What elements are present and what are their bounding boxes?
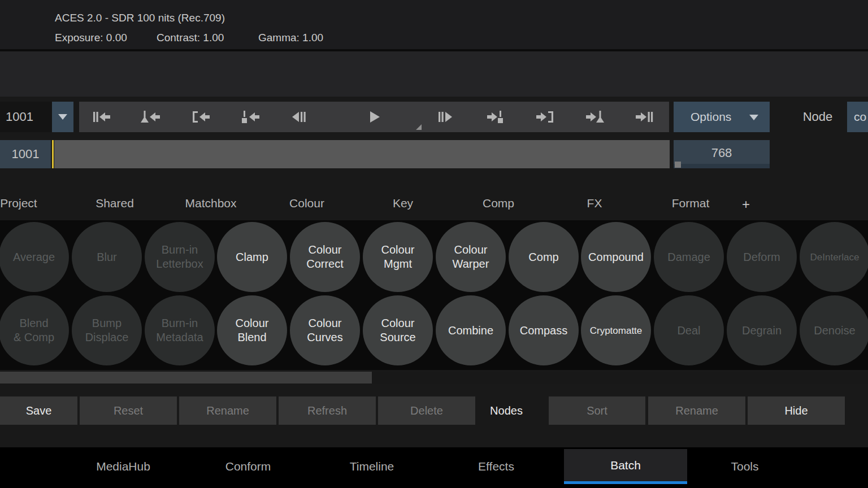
options-label: Options — [691, 102, 731, 132]
action-bar: Nodes SaveResetRenameRefreshDeleteSortRe… — [0, 396, 868, 425]
contrast-label: Contrast: 1.00 — [157, 32, 224, 44]
sort-nodes-button[interactable]: Sort — [549, 396, 645, 425]
go-to-start-button[interactable] — [86, 102, 118, 132]
delete-button[interactable]: Delete — [378, 396, 475, 425]
options-dropdown-button[interactable]: Options — [674, 102, 770, 132]
node-burn-in-letterbox[interactable]: Burn-in Letterbox — [145, 222, 215, 292]
chevron-down-icon — [749, 115, 758, 120]
next-cut-button[interactable] — [529, 102, 561, 132]
rename-nodes-button[interactable]: Rename — [648, 396, 745, 425]
play-icon — [363, 109, 385, 125]
next-marker-icon — [583, 109, 606, 125]
bin-tab-colour[interactable]: Colour — [289, 197, 324, 210]
step-backward-icon — [289, 109, 311, 125]
tab-conform[interactable]: Conform — [225, 450, 271, 483]
node-colour-blend[interactable]: Colour Blend — [217, 295, 287, 365]
timeline-playhead[interactable] — [52, 140, 54, 168]
node-degrain[interactable]: Degrain — [727, 295, 797, 365]
next-marker-button[interactable] — [579, 102, 610, 132]
reset-button[interactable]: Reset — [80, 396, 177, 425]
app-tab-bar: MediaHubConformTimelineEffectsBatchTools — [0, 447, 868, 488]
next-cut-icon — [533, 109, 556, 125]
previous-keyframe-button[interactable] — [235, 102, 267, 132]
tab-mediahub[interactable]: MediaHub — [96, 450, 150, 483]
play-button[interactable] — [358, 102, 390, 132]
hide-nodes-button[interactable]: Hide — [748, 396, 845, 425]
node-clamp[interactable]: Clamp — [217, 222, 287, 292]
node-colour-mgmt[interactable]: Colour Mgmt — [363, 222, 433, 292]
node-colour-correct[interactable]: Colour Correct — [290, 222, 360, 292]
node-bump-displace[interactable]: Bump Displace — [72, 295, 142, 365]
node-compound[interactable]: Compound — [581, 222, 651, 292]
step-backward-button[interactable] — [284, 102, 316, 132]
chevron-down-icon — [58, 114, 67, 120]
bin-tab-format[interactable]: Format — [672, 197, 710, 210]
play-options-corner-icon — [416, 124, 422, 130]
previous-cut-icon — [190, 109, 212, 125]
timeline-end-frame: 768 — [711, 146, 732, 160]
next-keyframe-button[interactable] — [480, 102, 511, 132]
tab-effects[interactable]: Effects — [478, 450, 514, 483]
bin-tabs: ProjectSharedMatchboxColourKeyCompFXForm… — [0, 189, 868, 220]
node-blur[interactable]: Blur — [72, 222, 142, 292]
node-blend-comp[interactable]: Blend & Comp — [0, 295, 69, 365]
colour-policy-label: ACES 2.0 - SDR 100 nits (Rec.709) — [55, 12, 225, 24]
exposure-label: Exposure: 0.00 — [55, 32, 127, 44]
timeline-start-frame-field[interactable]: 1001 — [0, 140, 51, 168]
node-denoise[interactable]: Denoise — [800, 295, 868, 365]
node-comp[interactable]: Comp — [509, 222, 579, 292]
gamma-label: Gamma: 1.00 — [258, 32, 323, 44]
node-burn-in-metadata[interactable]: Burn-in Metadata — [145, 295, 215, 365]
node-grid-scrollbar-track[interactable] — [0, 372, 868, 384]
previous-marker-icon — [140, 109, 163, 125]
transport-bar — [79, 102, 669, 132]
duration-field-handle[interactable] — [675, 162, 681, 168]
viewer-info-bar: ACES 2.0 - SDR 100 nits (Rec.709) Exposu… — [0, 0, 868, 49]
node-deal[interactable]: Deal — [654, 295, 724, 365]
node-damage[interactable]: Damage — [654, 222, 724, 292]
node-cryptomatte[interactable]: Cryptomatte — [581, 295, 651, 365]
previous-cut-button[interactable] — [185, 102, 217, 132]
bin-tab-key[interactable]: Key — [393, 197, 413, 210]
flame-batch-window: ACES 2.0 - SDR 100 nits (Rec.709) Exposu… — [0, 0, 868, 488]
node-deinterlace[interactable]: DeInterlace — [800, 222, 868, 292]
viewer-area — [0, 51, 868, 97]
frame-dropdown-button[interactable] — [52, 102, 73, 132]
duration-field-strip — [674, 164, 770, 168]
step-forward-button[interactable] — [430, 102, 462, 132]
node-combine[interactable]: Combine — [436, 295, 506, 365]
node-colour-warper[interactable]: Colour Warper — [436, 222, 506, 292]
node-average[interactable]: Average — [0, 222, 69, 292]
node-grid-scrollbar-thumb[interactable] — [0, 372, 372, 384]
node-compass[interactable]: Compass — [509, 295, 579, 365]
bin-tab-comp[interactable]: Comp — [483, 197, 514, 210]
bin-tab-project[interactable]: Project — [0, 197, 37, 210]
step-forward-icon — [435, 109, 457, 125]
timeline-duration-field[interactable]: 768 — [674, 140, 770, 168]
bin-tab-fx[interactable]: FX — [587, 197, 602, 210]
current-frame-field[interactable]: 1001 — [0, 102, 52, 132]
tab-timeline[interactable]: Timeline — [350, 450, 394, 483]
nodes-group-label: Nodes — [475, 396, 537, 425]
bin-tab-matchbox[interactable]: Matchbox — [185, 197, 236, 210]
node-deform[interactable]: Deform — [727, 222, 797, 292]
go-to-end-icon — [633, 109, 656, 125]
refresh-button[interactable]: Refresh — [279, 396, 376, 425]
go-to-start-icon — [90, 109, 113, 125]
tab-tools[interactable]: Tools — [731, 450, 758, 483]
save-button[interactable]: Save — [0, 396, 77, 425]
bin-tab-shared[interactable]: Shared — [96, 197, 134, 210]
active-tab-panel: Batch — [564, 449, 687, 484]
next-keyframe-icon — [484, 109, 507, 125]
timeline-scrub-bar[interactable] — [54, 140, 670, 168]
node-colour-curves[interactable]: Colour Curves — [290, 295, 360, 365]
tab-batch[interactable]: Batch — [564, 449, 687, 483]
node-search-field[interactable]: co — [847, 102, 868, 132]
rename-button[interactable]: Rename — [179, 396, 276, 425]
node-label: Node — [795, 102, 840, 132]
add-bin-tab-button[interactable]: + — [742, 197, 750, 212]
go-to-end-button[interactable] — [628, 102, 660, 132]
node-grid: AverageBlurBurn-in LetterboxClampColour … — [0, 220, 868, 370]
node-colour-source[interactable]: Colour Source — [363, 295, 433, 365]
previous-marker-button[interactable] — [136, 102, 167, 132]
